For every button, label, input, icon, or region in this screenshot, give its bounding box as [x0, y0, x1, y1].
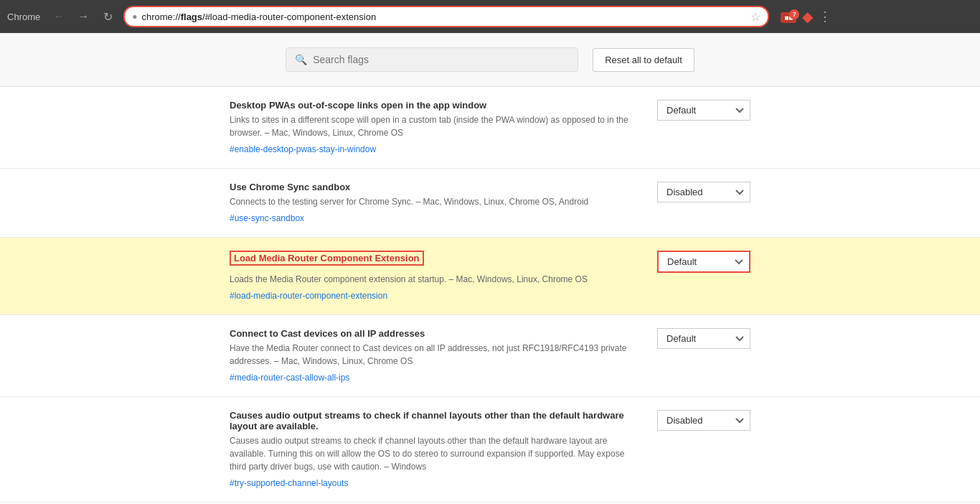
flag-control-cast-devices: Default Enabled Disabled — [657, 328, 750, 349]
chrome-label: Chrome — [7, 11, 40, 22]
flag-title-desktop-pwas: Desktop PWAs out-of-scope links open in … — [230, 100, 643, 111]
url-suffix: /#load-media-router-component-extension — [202, 11, 376, 22]
flag-link-desktop-pwas[interactable]: #enable-desktop-pwas-stay-in-window — [230, 144, 376, 154]
toolbar-right: ■■ 7 ◆ ⋮ — [781, 8, 831, 25]
search-input[interactable] — [313, 54, 569, 65]
back-button[interactable]: ← — [49, 6, 69, 27]
reset-all-button[interactable]: Reset all to default — [593, 48, 694, 72]
address-bar[interactable]: ● chrome://flags/#load-media-router-comp… — [123, 6, 769, 27]
flag-link-cast-devices[interactable]: #media-router-cast-allow-all-ips — [230, 373, 349, 383]
flag-description-cast-devices: Have the Media Router connect to Cast de… — [230, 342, 643, 368]
pocket-icon[interactable]: ◆ — [802, 8, 813, 25]
flag-description-desktop-pwas: Links to sites in a different scope will… — [230, 113, 643, 139]
flag-control-chrome-sync: Default Enabled Disabled — [657, 182, 750, 202]
flag-title-channel-layouts: Causes audio output streams to check if … — [230, 410, 643, 431]
flag-control-desktop-pwas: Default Enabled Disabled — [657, 100, 750, 121]
flag-description-channel-layouts: Causes audio output streams to check if … — [230, 434, 643, 473]
url-prefix: chrome:// — [142, 11, 181, 22]
flag-item-cast-devices: Connect to Cast devices on all IP addres… — [0, 315, 980, 397]
flag-content-chrome-sync: Use Chrome Sync sandbox Connects to the … — [230, 182, 643, 224]
nav-buttons: ← → ↻ — [49, 6, 118, 27]
flag-select-media-router[interactable]: Default Enabled Disabled — [657, 251, 750, 273]
search-icon: 🔍 — [295, 54, 307, 65]
flags-page: 🔍 Reset all to default Desktop PWAs out-… — [0, 33, 980, 504]
flag-content-desktop-pwas: Desktop PWAs out-of-scope links open in … — [230, 100, 643, 155]
flag-select-desktop-pwas[interactable]: Default Enabled Disabled — [657, 100, 750, 121]
flag-title-outlined-media-router: Load Media Router Component Extension — [230, 251, 424, 266]
flag-item-desktop-pwas: Desktop PWAs out-of-scope links open in … — [0, 87, 980, 169]
reload-button[interactable]: ↻ — [98, 6, 118, 27]
security-icon: ● — [132, 11, 137, 22]
extensions-button[interactable]: ■■ 7 — [781, 10, 796, 23]
flags-header: 🔍 Reset all to default — [0, 33, 980, 87]
menu-icon[interactable]: ⋮ — [819, 9, 831, 24]
flag-title-media-router: Load Media Router Component Extension — [230, 251, 643, 269]
flag-link-chrome-sync[interactable]: #use-sync-sandbox — [230, 213, 304, 223]
browser-chrome: Chrome ← → ↻ ● chrome://flags/#load-medi… — [0, 0, 980, 33]
extensions-icon: ■■ 7 — [781, 12, 796, 23]
address-text: chrome://flags/#load-media-router-compon… — [142, 11, 747, 22]
flag-description-chrome-sync: Connects to the testing server for Chrom… — [230, 195, 643, 208]
flag-title-cast-devices: Connect to Cast devices on all IP addres… — [230, 328, 643, 339]
flag-select-chrome-sync[interactable]: Default Enabled Disabled — [657, 182, 750, 202]
flag-item-media-router: Load Media Router Component Extension Lo… — [0, 238, 980, 315]
flag-link-channel-layouts[interactable]: #try-supported-channel-layouts — [230, 478, 348, 488]
flag-content-cast-devices: Connect to Cast devices on all IP addres… — [230, 328, 643, 383]
flag-link-media-router[interactable]: #load-media-router-component-extension — [230, 291, 387, 301]
url-bold: flags — [181, 11, 202, 22]
extensions-badge: 7 — [789, 9, 799, 19]
flag-title-chrome-sync: Use Chrome Sync sandbox — [230, 182, 643, 192]
flag-content-channel-layouts: Causes audio output streams to check if … — [230, 410, 643, 489]
flag-control-channel-layouts: Default Enabled Disabled — [657, 410, 750, 431]
forward-button[interactable]: → — [73, 6, 93, 27]
search-box: 🔍 — [286, 47, 578, 72]
bookmark-icon[interactable]: ☆ — [750, 10, 760, 24]
flag-control-media-router: Default Enabled Disabled — [657, 251, 750, 273]
flag-content-media-router: Load Media Router Component Extension Lo… — [230, 251, 643, 302]
flag-item-chrome-sync: Use Chrome Sync sandbox Connects to the … — [0, 169, 980, 238]
flag-select-cast-devices[interactable]: Default Enabled Disabled — [657, 328, 750, 349]
flag-item-channel-layouts: Causes audio output streams to check if … — [0, 397, 980, 503]
flag-description-media-router: Loads the Media Router component extensi… — [230, 273, 643, 286]
flags-list: Desktop PWAs out-of-scope links open in … — [0, 87, 980, 503]
flag-select-channel-layouts[interactable]: Default Enabled Disabled — [657, 410, 750, 431]
